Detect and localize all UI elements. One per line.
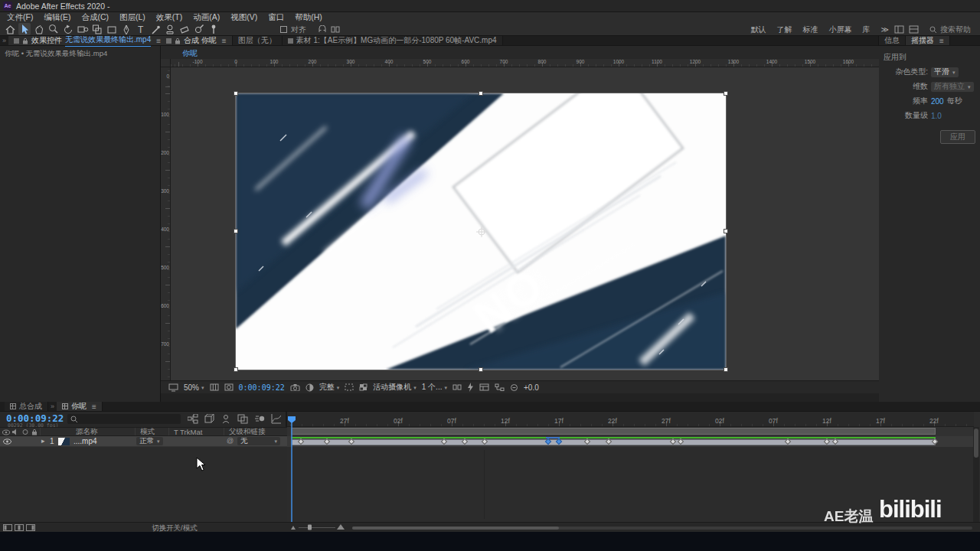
- panel-overflow-icon[interactable]: »: [0, 36, 8, 45]
- workspace-overflow-icon[interactable]: ≫: [881, 25, 889, 34]
- timeline-search-field[interactable]: [67, 414, 181, 424]
- panel-menu-icon[interactable]: ≡: [92, 403, 96, 411]
- workspace-item[interactable]: 库: [863, 24, 871, 35]
- viewer-timecode[interactable]: 0:00:09:22: [239, 383, 285, 392]
- tab-composition[interactable]: 合成 你呢 ≡: [161, 36, 233, 45]
- workspace-item[interactable]: 默认: [751, 24, 766, 35]
- grid-guides-icon[interactable]: [210, 383, 219, 391]
- panel-menu-icon[interactable]: ≡: [939, 37, 944, 45]
- keyframe-icon[interactable]: [584, 439, 590, 445]
- zoom-tool[interactable]: [50, 25, 58, 34]
- hand-tool[interactable]: [36, 25, 43, 34]
- clone-stamp-tool[interactable]: [167, 25, 173, 34]
- menu-item[interactable]: 动画(A): [188, 12, 225, 23]
- camera-tool[interactable]: [78, 27, 88, 32]
- workspace-item[interactable]: 了解: [777, 24, 792, 35]
- always-preview-icon[interactable]: [168, 383, 178, 392]
- selection-handle[interactable]: [724, 367, 728, 372]
- noise-type-dropdown[interactable]: 平滑▾: [931, 67, 959, 77]
- work-area-row[interactable]: [287, 427, 974, 436]
- snapping-icon[interactable]: [318, 25, 327, 34]
- tab-effect-controls[interactable]: 效果控件 无需说效果最终输出.mp4 ≡: [8, 36, 167, 45]
- frequency-value[interactable]: 200: [931, 97, 944, 106]
- selection-handle[interactable]: [234, 229, 238, 233]
- layer-list-empty-area[interactable]: [0, 447, 287, 522]
- keyframe-icon[interactable]: [298, 439, 304, 445]
- keyframe-icon[interactable]: [932, 439, 938, 445]
- keyframe-icon[interactable]: [441, 439, 447, 445]
- apply-button[interactable]: 应用: [940, 130, 975, 144]
- puppet-pin-tool[interactable]: [212, 25, 216, 34]
- menu-item[interactable]: 文件(F): [2, 12, 38, 23]
- snapshot-icon[interactable]: [290, 383, 300, 391]
- vertical-ruler[interactable]: 0100200300400500600700: [161, 67, 171, 380]
- menu-item[interactable]: 窗口: [263, 12, 289, 23]
- keyframe-icon[interactable]: [670, 439, 676, 445]
- home-tool[interactable]: [6, 26, 15, 34]
- layer-visibility-icon[interactable]: [3, 439, 11, 445]
- lock-icon[interactable]: [22, 37, 28, 44]
- playhead-line[interactable]: [291, 422, 292, 522]
- keyframe-icon[interactable]: [832, 439, 838, 445]
- horizontal-ruler[interactable]: -100010020030040050060070080090010001100…: [171, 59, 879, 67]
- align-label[interactable]: 对齐: [291, 24, 306, 35]
- selection-handle[interactable]: [724, 229, 728, 233]
- selection-handle[interactable]: [234, 367, 238, 372]
- expand-layer-switches-icon[interactable]: [4, 525, 12, 531]
- type-tool[interactable]: T: [138, 24, 144, 35]
- keyframe-icon[interactable]: [606, 439, 612, 445]
- selection-tool[interactable]: [18, 23, 31, 35]
- mini-flowchart-icon[interactable]: [188, 414, 198, 423]
- timeline-button-icon[interactable]: [479, 383, 489, 391]
- layer-parent-dropdown[interactable]: 无▾: [237, 437, 280, 445]
- layer-name[interactable]: ....mp4: [74, 437, 97, 445]
- scrollbar-thumb[interactable]: [352, 527, 559, 530]
- scrollbar-thumb[interactable]: [974, 429, 978, 458]
- mask-visibility-icon[interactable]: [224, 383, 234, 391]
- workspace-item[interactable]: 小屏幕: [829, 24, 852, 35]
- ruler-corner[interactable]: [161, 59, 171, 67]
- motion-blur-icon[interactable]: [255, 416, 264, 421]
- layer-row[interactable]: ▸ 1 ....mp4 正常▾ @ 无▾: [0, 436, 287, 447]
- zoom-slider-handle[interactable]: [308, 525, 312, 530]
- menu-item[interactable]: 视图(V): [225, 12, 263, 23]
- column-mode[interactable]: 模式: [135, 428, 168, 435]
- camera-dropdown[interactable]: 活动摄像机▾: [373, 382, 416, 393]
- shy-icon[interactable]: [223, 416, 229, 424]
- align-checkbox-icon[interactable]: [280, 26, 287, 33]
- tab-overflow-icon[interactable]: »: [48, 402, 57, 411]
- snapping-options-icon[interactable]: [331, 25, 340, 34]
- layer-expander-icon[interactable]: ▸: [41, 437, 45, 445]
- keyframe-icon[interactable]: [545, 439, 551, 445]
- draft-3d-icon[interactable]: [205, 414, 214, 422]
- keyframe-icon[interactable]: [678, 439, 684, 445]
- expand-in-out-icon[interactable]: [27, 525, 35, 531]
- menu-item[interactable]: 图层(L): [114, 12, 151, 23]
- flowchart-button-icon[interactable]: [495, 383, 505, 391]
- menu-item[interactable]: 合成(C): [76, 12, 114, 23]
- menu-item[interactable]: 编辑(E): [38, 12, 76, 23]
- keyframe-icon[interactable]: [824, 439, 830, 445]
- view-layout-dropdown[interactable]: 1 个...▾: [422, 382, 447, 393]
- keyframe-icon[interactable]: [556, 439, 562, 445]
- pickwhip-icon[interactable]: @: [227, 437, 234, 445]
- show-channel-icon[interactable]: [305, 383, 314, 392]
- keyframe-icon[interactable]: [324, 439, 330, 445]
- shape-tool[interactable]: [108, 27, 116, 33]
- tab-info[interactable]: 信息: [879, 36, 906, 45]
- selection-handle[interactable]: [724, 91, 728, 96]
- tab-current-comp[interactable]: 你呢 ≡: [57, 402, 103, 411]
- reset-exposure-icon[interactable]: [510, 383, 518, 392]
- roto-brush-tool[interactable]: [195, 25, 203, 33]
- workspace-panel-icon[interactable]: [894, 25, 904, 34]
- tab-layer[interactable]: 图层（无）: [233, 36, 283, 45]
- tab-main-comp[interactable]: 总合成: [5, 402, 48, 411]
- tab-footage[interactable]: 素材 1:【AE示例】MG动画的一部分-1080P 60帧-AVC.mp4: [283, 36, 503, 45]
- work-area-bar[interactable]: [291, 428, 936, 435]
- expand-transfer-controls-icon[interactable]: [15, 525, 24, 531]
- layer-mode-dropdown[interactable]: 正常▾: [136, 437, 163, 445]
- viewer-pasteboard[interactable]: NO NO: [171, 67, 879, 380]
- keyframe-icon[interactable]: [482, 439, 488, 445]
- tab-wiggler[interactable]: 摇摆器 ≡: [906, 36, 950, 45]
- lock-icon[interactable]: [175, 37, 181, 44]
